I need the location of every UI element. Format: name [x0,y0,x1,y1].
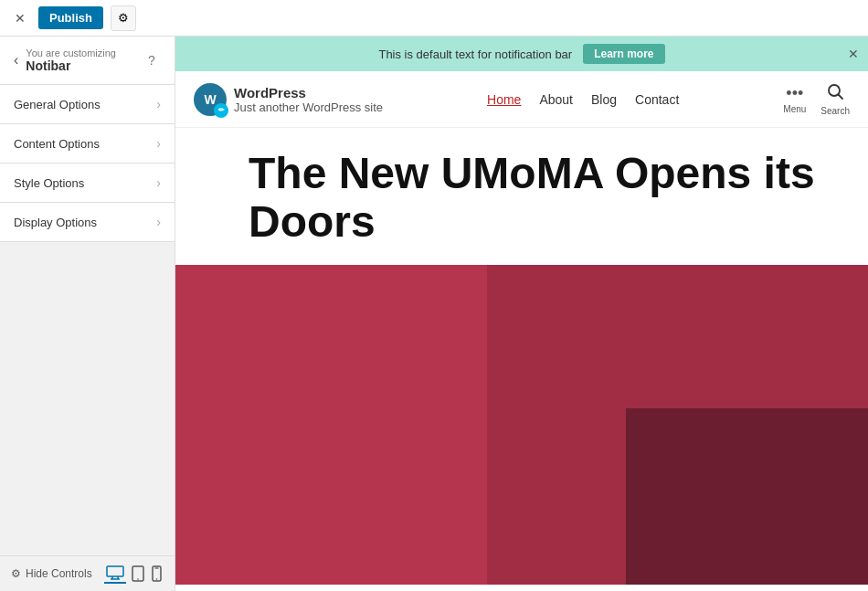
site-tagline: Just another WordPress site [234,100,383,114]
nav-about[interactable]: About [539,92,573,107]
menu-item-display[interactable]: Display Options › [0,203,175,242]
wordpress-brand: WordPress [234,85,383,100]
admin-bar: ✕ Publish ⚙ [0,0,868,37]
wp-logo-text: W [204,92,216,107]
mobile-device-button[interactable] [150,564,164,584]
site-info: WordPress Just another WordPress site [234,85,383,114]
article-image [175,265,868,585]
search-icon [826,82,844,105]
nav-icons: ••• Menu Search [783,82,850,116]
preview-area: This is default text for notification ba… [175,37,868,591]
nav-home[interactable]: Home [487,92,521,107]
device-buttons [104,564,164,584]
menu-label: Menu [783,104,806,114]
notification-text: This is default text for notification ba… [378,47,572,61]
close-button[interactable]: ✕ [9,7,31,29]
article-title: The New UMoMA Opens its Doors [249,150,831,247]
customizing-info: You are customizing Notibar [26,47,116,73]
publish-button[interactable]: Publish [38,6,103,29]
main-layout: ‹ You are customizing Notibar ? General … [0,37,868,591]
chevron-right-icon: › [156,136,161,151]
chevron-right-icon: › [156,97,161,111]
site-logo: W ✏ WordPress Just another WordPress sit… [194,83,383,116]
article-title-area: The New UMoMA Opens its Doors [175,128,868,265]
nav-contact[interactable]: Contact [635,92,679,107]
image-overlay-2 [626,408,868,585]
tablet-icon [132,565,144,582]
desktop-icon [106,565,124,580]
settings-icon: ⚙ [11,567,21,580]
notibar-title: Notibar [26,58,116,73]
notification-bar: This is default text for notification ba… [175,37,868,71]
notification-close-button[interactable]: ✕ [848,47,859,61]
menu-item-general[interactable]: General Options › [0,85,175,124]
site-navigation: Home About Blog Contact [487,92,679,107]
menu-item-content[interactable]: Content Options › [0,124,175,164]
sidebar-header: ‹ You are customizing Notibar ? [0,37,175,85]
svg-line-10 [839,95,843,100]
menu-item-display-label: Display Options [14,216,97,229]
hide-controls-button[interactable]: ⚙ Hide Controls [11,567,92,580]
menu-item-style-label: Style Options [14,176,84,190]
menu-item-content-label: Content Options [14,137,100,151]
desktop-device-button[interactable] [104,564,126,584]
menu-item-general-label: General Options [14,98,101,111]
mobile-icon [152,565,162,582]
help-button[interactable]: ? [143,51,161,69]
sidebar-menu: General Options › Content Options › Styl… [0,85,175,555]
sidebar-header-left: ‹ You are customizing Notibar [14,47,116,73]
back-button[interactable]: ‹ [14,52,18,69]
wordpress-logo: W ✏ [194,83,227,116]
hide-controls-label: Hide Controls [26,567,92,580]
menu-button[interactable]: ••• Menu [783,84,806,114]
svg-point-7 [156,578,158,580]
chevron-right-icon: › [156,175,161,190]
menu-icon: ••• [786,84,803,103]
sidebar: ‹ You are customizing Notibar ? General … [0,37,175,591]
customizing-label: You are customizing [26,47,116,58]
chevron-right-icon: › [156,215,161,229]
settings-button[interactable]: ⚙ [111,5,136,31]
site-content: The New UMoMA Opens its Doors [175,128,868,591]
sidebar-footer: ⚙ Hide Controls [0,555,175,591]
search-button[interactable]: Search [820,82,850,116]
tablet-device-button[interactable] [130,564,146,584]
site-header: W ✏ WordPress Just another WordPress sit… [175,71,868,128]
menu-item-style[interactable]: Style Options › [0,164,175,203]
learn-more-button[interactable]: Learn more [583,44,664,64]
svg-rect-0 [107,566,123,576]
admin-bar-left: ✕ Publish ⚙ [9,5,136,31]
nav-blog[interactable]: Blog [591,92,617,107]
svg-point-5 [137,578,139,580]
pencil-badge: ✏ [214,103,228,118]
search-label: Search [820,106,850,116]
